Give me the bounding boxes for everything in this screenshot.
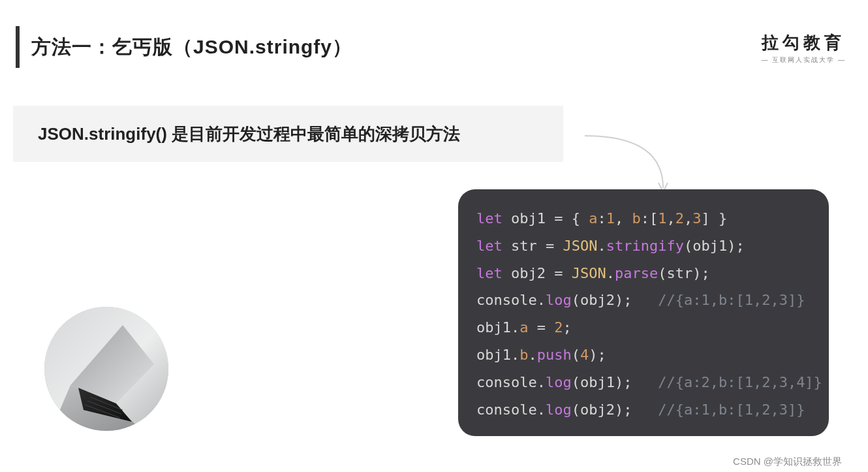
header-accent-bar xyxy=(16,26,20,68)
slide-header: 方法一：乞丐版（JSON.stringfy） xyxy=(0,0,868,68)
code-line-7: console.log(obj1); //{a:2,b:[1,2,3,4]} xyxy=(476,369,811,396)
code-line-6: obj1.b.push(4); xyxy=(476,341,811,369)
laptop-image xyxy=(44,307,168,431)
description-banner: JSON.stringify() 是目前开发过程中最简单的深拷贝方法 xyxy=(13,106,563,162)
code-block: let obj1 = { a:1, b:[1,2,3] } let str = … xyxy=(458,189,829,436)
code-line-3: let obj2 = JSON.parse(str); xyxy=(476,260,811,287)
code-line-2: let str = JSON.stringify(obj1); xyxy=(476,232,811,260)
code-line-8: console.log(obj2); //{a:1,b:[1,2,3]} xyxy=(476,396,811,424)
code-line-5: obj1.a = 2; xyxy=(476,314,811,341)
slide-title: 方法一：乞丐版（JSON.stringfy） xyxy=(31,34,352,61)
description-text: JSON.stringify() 是目前开发过程中最简单的深拷贝方法 xyxy=(38,123,460,146)
code-line-1: let obj1 = { a:1, b:[1,2,3] } xyxy=(476,205,811,232)
brand-logo-main: 拉勾教育 xyxy=(761,31,846,54)
brand-logo-sub: — 互联网人实战大学 — xyxy=(761,55,846,65)
brand-logo: 拉勾教育 — 互联网人实战大学 — xyxy=(761,31,846,65)
code-line-4: console.log(obj2); //{a:1,b:[1,2,3]} xyxy=(476,287,811,314)
watermark-text: CSDN @学知识拯救世界 xyxy=(733,456,842,468)
